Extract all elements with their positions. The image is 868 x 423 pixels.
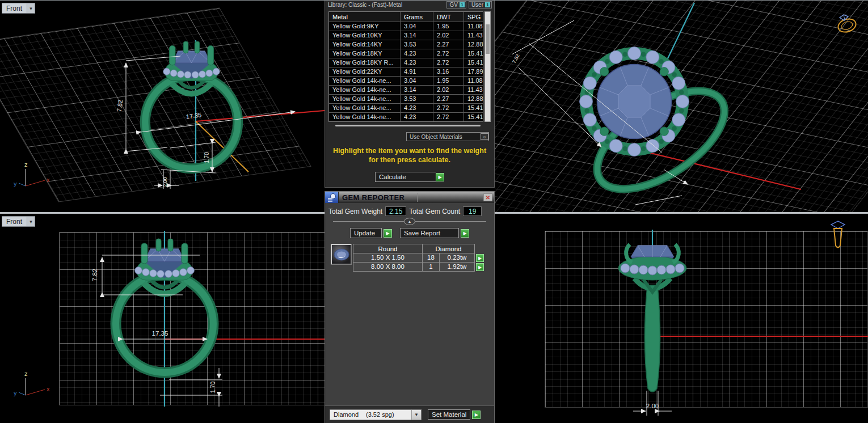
metal-weight-panel: Library: Classic - (Fast)-Metal GV 1 Use…	[325, 1, 495, 188]
grams-cell: 3.04	[401, 22, 433, 31]
dwt-cell: 2.72	[433, 58, 464, 67]
metal-table-row[interactable]: Yellow Gold 14k-ne... 3.53 2.27 12.88	[329, 95, 483, 103]
gv-toggle-icon[interactable]: 1	[460, 2, 465, 7]
material-dropdown[interactable]: Diamond (3.52 spg) ▼	[330, 409, 422, 420]
user-toggle-icon[interactable]: 1	[485, 2, 490, 7]
metal-name-cell: Yellow Gold:22KY	[329, 67, 400, 76]
metal-table-row[interactable]: Yellow Gold:9KY 3.04 1.95 11.08	[329, 22, 483, 31]
gem-report-table: Round Diamond 1.50 X 1.50 18 0.23tw 8.00…	[353, 244, 475, 272]
svg-text:z: z	[24, 370, 28, 377]
grams-cell: 3.14	[401, 86, 433, 94]
spg-cell: 12.88	[464, 40, 483, 49]
svg-text:x: x	[47, 176, 50, 183]
metal-name-cell: Yellow Gold:14KY	[329, 40, 400, 49]
material-picker-icon[interactable]: ○	[481, 133, 488, 140]
user-library-button[interactable]: User 1	[469, 1, 492, 9]
gem-size-cell: 1.50 X 1.50	[353, 253, 422, 262]
run-icon[interactable]: ▶	[384, 229, 392, 238]
vertical-scrollbar[interactable]	[484, 11, 491, 122]
spg-cell: 15.41	[464, 58, 483, 67]
gem-row-action-icon[interactable]: ▶	[476, 263, 484, 271]
col-grams: Grams	[401, 12, 433, 22]
scrollbar-thumb[interactable]	[486, 24, 490, 54]
chevron-down-icon[interactable]: ▾	[27, 3, 35, 13]
horizontal-scrollbar[interactable]	[335, 123, 481, 128]
svg-text:x: x	[47, 386, 50, 392]
dim-band-width: 2.00	[162, 177, 168, 187]
dwt-cell: 1.95	[433, 77, 464, 85]
viewport-title[interactable]: Front ▾	[2, 3, 35, 14]
col-dwt: DWT	[433, 12, 464, 22]
gem-table-row[interactable]: 1.50 X 1.50 18 0.23tw	[353, 253, 474, 262]
update-button[interactable]: Update ▶	[350, 228, 392, 238]
metal-name-cell: Yellow Gold 14k-ne...	[329, 77, 400, 85]
viewport-side[interactable]: 2.00	[495, 214, 868, 423]
run-icon[interactable]: ▶	[436, 173, 444, 181]
gem-count-cell: 18	[423, 253, 439, 262]
run-icon[interactable]: ▶	[472, 411, 481, 419]
gv-library-button[interactable]: GV 1	[446, 1, 466, 9]
spg-cell: 15.41	[464, 49, 483, 58]
gem-row-action-icon[interactable]: ▶	[476, 254, 484, 262]
dwt-cell: 2.27	[433, 40, 464, 49]
grams-cell: 3.53	[401, 95, 433, 103]
metal-table-row[interactable]: Yellow Gold:10KY 3.14 2.02 11.43	[329, 31, 483, 40]
dim-head-height: 7.82	[511, 53, 521, 65]
ring-side-view-icon[interactable]	[826, 218, 850, 252]
viewport-front-perspective[interactable]: 7.82 17.35 1.70 2.00 z x y Front ▾	[0, 1, 325, 212]
metal-table-row[interactable]: Yellow Gold:18KY R... 4.23 2.72 15.41	[329, 58, 483, 67]
viewport-title[interactable]: Front ▾	[2, 216, 35, 227]
metal-table-row[interactable]: Yellow Gold 14k-ne... 3.04 1.95 11.08	[329, 77, 483, 85]
grams-cell: 4.91	[401, 67, 433, 76]
dwt-cell: 2.72	[433, 104, 464, 112]
ring-perspective-view-icon[interactable]	[832, 12, 859, 36]
svg-text:y: y	[14, 180, 17, 187]
metal-name-cell: Yellow Gold 14k-ne...	[329, 104, 400, 112]
gem-table-row[interactable]: 8.00 X 8.00 1 1.92tw	[353, 263, 474, 271]
viewport-perspective[interactable]: 7.82	[495, 1, 868, 212]
close-icon[interactable]: ✕	[483, 193, 492, 201]
grams-cell: 3.53	[401, 40, 433, 49]
metal-table-row[interactable]: Yellow Gold:14KY 3.53 2.27 12.88	[329, 40, 483, 49]
metal-name-cell: Yellow Gold:9KY	[329, 22, 400, 31]
metal-table-row[interactable]: Yellow Gold 14k-ne... 3.14 2.02 11.43	[329, 86, 483, 94]
spg-cell: 15.41	[464, 113, 483, 121]
metal-table-header: Metal Grams DWT SPG	[329, 12, 483, 22]
metal-name-cell: Yellow Gold 14k-ne...	[329, 86, 400, 94]
calculate-button[interactable]: Calculate ▶	[375, 172, 444, 182]
viewport-title-text: Front	[2, 3, 27, 13]
spg-cell: 11.43	[464, 86, 483, 94]
material-value: Diamond	[330, 411, 359, 418]
metal-table: Metal Grams DWT SPG Yellow Gold:9KY 3.04…	[328, 11, 483, 122]
total-gem-count-label: Total Gem Count	[409, 208, 460, 215]
gem-shape-thumbnail[interactable]	[331, 244, 352, 265]
viewport-front[interactable]: 7.82 17.35 1.70 z x y Front ▾	[0, 214, 325, 423]
spg-cell: 11.43	[464, 31, 483, 40]
dwt-cell: 2.02	[433, 31, 464, 40]
dim-ring-diameter: 17.35	[186, 111, 202, 120]
metal-table-row[interactable]: Yellow Gold:22KY 4.91 3.16 17.89	[329, 67, 483, 76]
chevron-up-icon: ▲	[408, 219, 412, 223]
chevron-down-icon[interactable]: ▾	[27, 217, 35, 226]
use-object-materials-field[interactable]: Use Object Materials ○	[406, 132, 489, 141]
metal-table-row[interactable]: Yellow Gold 14k-ne... 4.23 2.72 15.41	[329, 113, 483, 121]
spg-cell: 17.89	[464, 67, 483, 76]
dwt-cell: 1.95	[433, 22, 464, 31]
metal-name-cell: Yellow Gold:10KY	[329, 31, 400, 40]
set-material-button[interactable]: Set Material ▶	[428, 409, 481, 420]
total-gem-weight-value: 2.15	[385, 206, 406, 216]
dwt-cell: 2.02	[433, 86, 464, 94]
metal-table-row[interactable]: Yellow Gold:18KY 4.23 2.72 15.41	[329, 49, 483, 58]
viewport-title-text: Front	[2, 217, 27, 226]
gem-reporter-icon	[325, 192, 339, 203]
collapse-panel-button[interactable]: ▲	[404, 218, 415, 225]
run-icon[interactable]: ▶	[461, 229, 469, 238]
scrollbar-thumb[interactable]	[335, 125, 481, 126]
gem-reporter-titlebar[interactable]: GEM REPORTER ✕	[325, 192, 494, 203]
save-report-button[interactable]: Save Report ▶	[400, 228, 469, 238]
chevron-down-icon[interactable]: ▼	[411, 410, 421, 420]
gem-weight-cell: 0.23tw	[440, 253, 474, 262]
metal-table-row[interactable]: Yellow Gold 14k-ne... 4.23 2.72 15.41	[329, 104, 483, 112]
app-screen: 7.82 17.35 1.70 2.00 z x y Front ▾	[0, 0, 868, 423]
metal-name-cell: Yellow Gold 14k-ne...	[329, 95, 400, 103]
